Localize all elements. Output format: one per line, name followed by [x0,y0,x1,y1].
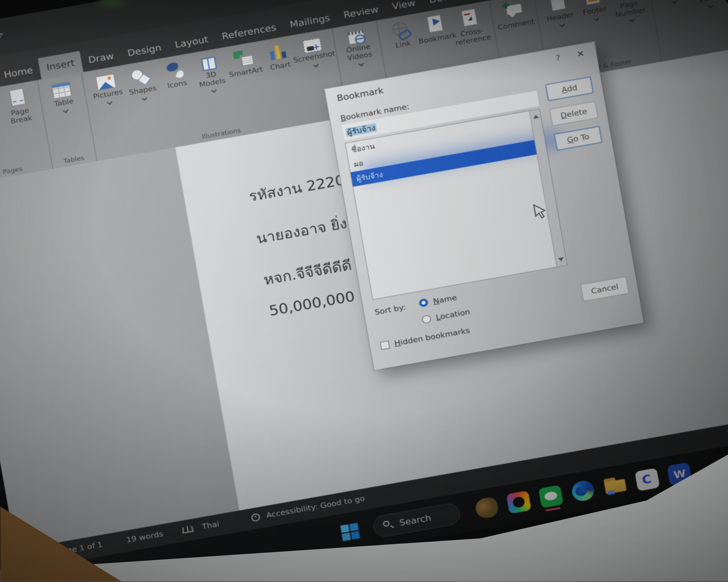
mouse-cursor [532,202,547,220]
ribbon-button-cross-reference[interactable]: Cross-reference [452,7,490,47]
accessibility-icon[interactable] [251,513,261,522]
cancel-button[interactable]: Cancel [580,276,629,302]
ribbon-button-bookmark[interactable]: Bookmark [417,13,454,45]
dropdown-caret-icon [358,61,364,66]
delete-button[interactable]: Delete [549,101,598,126]
ribbon-button-screenshot[interactable]: Screenshot [295,34,332,69]
hidden-bookmarks-checkbox[interactable] [380,341,390,350]
chart-icon [267,41,289,62]
line-active-indicator [546,507,561,511]
ribbon-button-link[interactable]: Link [383,19,420,51]
dropdown-caret-icon [313,62,318,67]
ribbon-button-3d-models[interactable]: 3D Models [191,53,230,95]
food-shortcut-icon[interactable] [474,496,499,520]
clipchamp-icon[interactable] [635,468,660,491]
ribbon-button-text-box[interactable]: Text Box [653,0,690,6]
comment-icon [502,0,525,21]
table-icon [51,81,72,99]
ribbon-button-online-videos[interactable]: Online Videos [339,27,378,68]
ribbon-button-quick-parts[interactable]: Quick Parts [688,0,727,10]
sort-name-radio[interactable] [419,298,428,307]
3d-models-icon [201,56,217,71]
dialog-title: Bookmark [336,85,384,103]
dropdown-caret-icon [106,100,112,105]
photo-frame: Home Insert Draw Design Layout Reference… [0,0,728,582]
dropdown-caret-icon [141,95,147,101]
dropdown-caret-icon [62,108,68,113]
bookmark-dialog: Bookmark ? ✕ Bookmark name: ผู้รับจ้าง ช… [325,41,644,370]
dropdown-caret-icon [593,16,599,21]
header-icon [547,0,569,13]
link-icon [389,20,412,41]
ribbon-button-pictures[interactable]: Pictures [88,71,126,107]
start-button[interactable] [340,524,349,533]
pictures-icon [95,74,116,91]
dropdown-caret-icon [559,22,565,27]
edge-icon[interactable] [570,479,596,503]
sort-location-radio[interactable] [421,315,432,324]
quick-access-caret-icon[interactable] [0,33,3,36]
ribbon-button-shapes[interactable]: Shapes [123,65,161,103]
ribbon-button-icons[interactable]: Icons [157,59,194,91]
dropdown-caret-icon [708,3,713,8]
word-count[interactable]: 19 words [126,529,164,544]
selected-text: ผู้รับจ้าง [345,123,377,137]
search-icon [383,520,390,527]
dropdown-caret-icon [671,0,677,3]
line-app-icon[interactable] [538,485,564,508]
smartart-icon [232,48,255,69]
ribbon-button-page-break[interactable]: Page Break [0,86,38,126]
ribbon-button-table[interactable]: Table [44,79,82,115]
add-button[interactable]: Add [545,76,594,102]
bookmark-icon [424,14,446,35]
ribbon-button-page-number[interactable]: Page Number [609,0,648,25]
shapes-icon [129,66,152,87]
hidden-bookmarks-label[interactable]: Hidden bookmarks [394,326,471,348]
cross-reference-icon [458,8,481,29]
page-break-icon [6,88,29,109]
search-box[interactable]: Search [372,502,462,538]
ribbon-button-smartart[interactable]: SmartArt [226,47,263,79]
icons-icon [163,60,186,81]
scroll-down-icon[interactable] [558,257,565,264]
dropdown-caret-icon [211,88,216,93]
ribbon-button-header[interactable]: Header [540,0,578,29]
scroll-up-icon[interactable] [532,112,539,119]
search-label: Search [399,512,432,528]
sort-by-label: Sort by: [374,303,406,316]
go-to-button[interactable]: Go To [554,126,603,151]
document-line: 50,000,000 [268,288,356,319]
help-button[interactable]: ? [555,53,561,63]
ribbon-button-footer[interactable]: Footer [575,0,613,23]
proofing-book-icon[interactable] [182,526,194,534]
file-explorer-icon[interactable] [602,473,628,497]
sort-name-label[interactable]: Name [433,293,458,305]
screenshot-icon [303,38,322,53]
ribbon-button-chart[interactable]: Chart [260,40,297,73]
online-videos-icon [347,30,365,45]
word-window: Home Insert Draw Design Layout Reference… [0,0,728,582]
office-icon[interactable] [506,491,531,514]
laptop: Home Insert Draw Design Layout Reference… [0,0,728,582]
ribbon-button-comment[interactable]: Comment [496,0,533,31]
sort-location-label[interactable]: Location [435,307,471,322]
dropdown-caret-icon [629,17,635,22]
close-button[interactable]: ✕ [576,48,585,59]
language-indicator[interactable]: Thai [201,520,220,531]
